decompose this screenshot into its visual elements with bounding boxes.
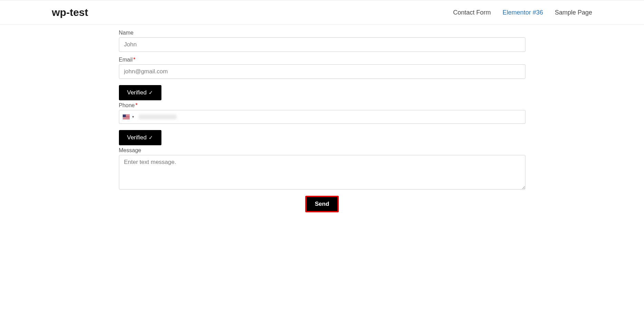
email-label-text: Email <box>119 57 133 63</box>
flag-us-icon <box>123 114 130 119</box>
caret-down-icon: ▼ <box>132 115 135 119</box>
phone-number-redacted <box>137 114 178 119</box>
phone-label: Phone* <box>119 102 525 109</box>
nav-elementor-36[interactable]: Elementor #36 <box>503 9 543 16</box>
phone-label-text: Phone <box>119 102 135 108</box>
send-button[interactable]: Send <box>305 196 339 212</box>
message-field-group: Message <box>119 147 525 191</box>
email-label: Email* <box>119 57 525 63</box>
phone-input-wrapper: ▼ <box>119 110 525 124</box>
submit-row: Send <box>119 196 525 212</box>
name-label-text: Name <box>119 30 134 36</box>
site-title[interactable]: wp-test <box>52 7 88 18</box>
country-select[interactable]: ▼ <box>119 112 138 122</box>
phone-verified-button[interactable]: Verified ✓ <box>119 130 162 145</box>
phone-field-group: Phone* ▼ <box>119 102 525 124</box>
email-field-group: Email* <box>119 57 525 79</box>
nav-contact-form[interactable]: Contact Form <box>453 9 491 16</box>
name-field-group: Name <box>119 30 525 52</box>
nav-sample-page[interactable]: Sample Page <box>555 9 592 16</box>
phone-verified-label: Verified <box>127 134 147 141</box>
primary-nav: Contact Form Elementor #36 Sample Page <box>453 9 592 16</box>
message-label: Message <box>119 147 525 154</box>
check-icon: ✓ <box>149 90 153 96</box>
message-textarea[interactable] <box>119 155 525 190</box>
email-verified-label: Verified <box>127 89 147 96</box>
email-input[interactable] <box>119 64 525 79</box>
contact-form: Name Email* Verified ✓ Phone* ▼ Verified <box>118 30 526 212</box>
site-header: wp-test Contact Form Elementor #36 Sampl… <box>0 0 644 25</box>
name-input[interactable] <box>119 37 525 52</box>
name-label: Name <box>119 30 525 36</box>
required-asterisk: * <box>136 102 138 108</box>
required-asterisk: * <box>133 57 136 63</box>
email-verified-button[interactable]: Verified ✓ <box>119 85 162 100</box>
check-icon: ✓ <box>149 135 153 141</box>
